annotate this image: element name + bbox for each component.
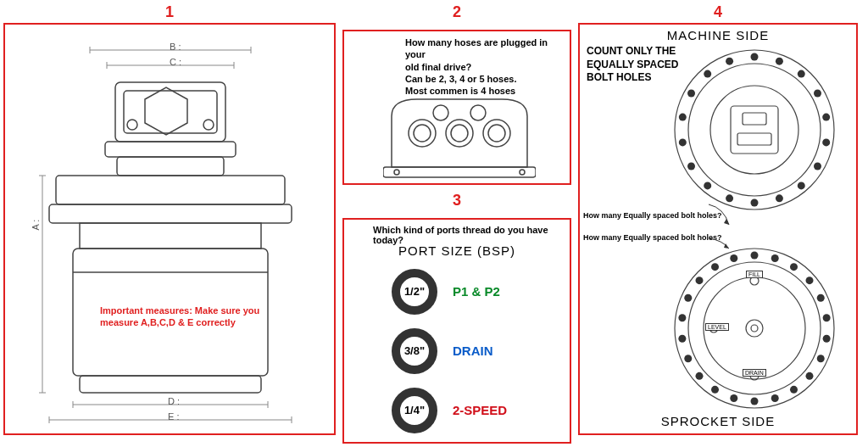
svg-rect-5 [117, 157, 224, 176]
count-note: COUNT ONLY THE EQUALLY SPACED BOLT HOLES [587, 45, 680, 85]
svg-point-91 [730, 254, 737, 262]
svg-point-38 [675, 50, 834, 210]
svg-point-32 [483, 120, 510, 147]
svg-point-74 [817, 294, 825, 302]
svg-point-56 [687, 163, 695, 170]
svg-point-36 [394, 170, 399, 175]
fill-label: FILL [746, 271, 763, 278]
svg-point-29 [414, 125, 431, 142]
svg-point-49 [822, 138, 830, 146]
svg-rect-8 [80, 223, 261, 249]
svg-point-88 [684, 294, 692, 302]
svg-point-70 [751, 252, 759, 260]
svg-point-2 [127, 120, 137, 130]
svg-point-60 [704, 70, 711, 78]
port-ring-38: 3/8" [392, 328, 437, 374]
svg-point-37 [520, 170, 525, 175]
how-many-note-2: How many Equally spaced bolt holes? [583, 233, 722, 242]
sprocket-side-diagram [670, 243, 839, 413]
svg-point-51 [798, 182, 805, 189]
dim-a: A : [31, 220, 41, 231]
svg-point-72 [790, 263, 798, 271]
dim-b: B : [170, 42, 181, 52]
panel-number-3: 3 [342, 192, 571, 210]
panel-4: MACHINE SIDE COUNT ONLY THE EQUALLY SPAC… [578, 23, 858, 435]
svg-point-55 [704, 182, 711, 189]
svg-point-39 [688, 64, 821, 196]
svg-point-57 [679, 138, 687, 146]
svg-point-76 [823, 335, 831, 343]
port-label-drain: DRAIN [453, 344, 493, 358]
svg-point-35 [470, 105, 486, 120]
svg-rect-42 [743, 113, 766, 125]
port-question: Which kind of ports thread do you have t… [373, 225, 570, 245]
how-many-note-1: How many Equally spaced bolt holes? [583, 211, 722, 220]
svg-point-45 [776, 58, 783, 65]
svg-point-48 [822, 114, 830, 121]
svg-point-84 [696, 372, 704, 380]
svg-point-54 [726, 194, 733, 202]
port-row-2speed: 1/4" 2-SPEED [392, 388, 507, 433]
svg-point-52 [776, 194, 783, 202]
svg-point-40 [710, 86, 798, 174]
port-ring-14: 1/4" [392, 388, 437, 433]
svg-point-75 [823, 314, 831, 321]
port-label-p1p2: P1 & P2 [453, 284, 500, 299]
machine-side-diagram [670, 45, 839, 215]
svg-rect-7 [49, 204, 292, 223]
svg-point-31 [451, 125, 468, 142]
svg-rect-6 [56, 176, 285, 204]
svg-point-82 [730, 394, 737, 402]
important-note: Important measures: Make sure you measur… [100, 305, 270, 329]
dim-e: E : [168, 411, 179, 422]
svg-point-81 [751, 398, 759, 405]
svg-point-46 [798, 70, 805, 78]
port-row-drain: 3/8" DRAIN [392, 328, 493, 374]
panel-3: Which kind of ports thread do you have t… [342, 218, 571, 444]
svg-point-85 [684, 355, 692, 362]
svg-point-28 [409, 120, 436, 147]
svg-point-86 [678, 335, 686, 343]
panel-number-4: 4 [578, 3, 858, 21]
svg-rect-11 [80, 376, 261, 393]
level-label: LEVEL [705, 323, 729, 331]
svg-point-3 [203, 120, 214, 130]
machine-side-label: MACHINE SIDE [580, 28, 856, 42]
panel-2: How many hoses are plugged in your old f… [342, 30, 571, 185]
svg-point-47 [814, 90, 821, 98]
svg-point-73 [805, 277, 813, 284]
svg-point-59 [687, 90, 695, 98]
panel-1: B : C : A : D : E : Important measures: … [3, 23, 336, 435]
svg-rect-27 [383, 167, 536, 177]
dim-d: D : [168, 396, 180, 406]
port-row-p1p2: 1/2" P1 & P2 [392, 269, 500, 315]
panel-number-1: 1 [3, 3, 336, 21]
sprocket-side-label: SPROCKET SIDE [580, 414, 856, 428]
svg-point-53 [751, 199, 759, 207]
svg-point-34 [433, 105, 448, 120]
svg-point-30 [446, 120, 473, 147]
svg-point-83 [711, 386, 719, 394]
svg-rect-4 [105, 142, 236, 157]
dim-c: C : [170, 57, 181, 67]
hose-block [383, 82, 536, 181]
svg-point-61 [726, 58, 733, 65]
port-label-2speed: 2-SPEED [453, 403, 507, 417]
arrow-1 [707, 203, 732, 228]
svg-point-50 [814, 163, 821, 170]
port-ring-half: 1/2" [392, 269, 437, 315]
drive-side-view [5, 25, 334, 433]
svg-point-79 [790, 386, 798, 394]
svg-point-87 [678, 314, 686, 321]
svg-point-33 [488, 125, 505, 142]
svg-rect-1 [124, 91, 217, 133]
svg-point-90 [711, 263, 719, 271]
svg-rect-43 [737, 133, 771, 145]
svg-point-44 [751, 53, 759, 61]
drain-label: DRAIN [743, 369, 766, 377]
port-size-title: PORT SIZE (BSP) [344, 243, 570, 258]
svg-point-65 [746, 320, 763, 337]
svg-point-89 [696, 277, 704, 284]
svg-point-58 [679, 114, 687, 121]
svg-point-80 [771, 394, 779, 402]
